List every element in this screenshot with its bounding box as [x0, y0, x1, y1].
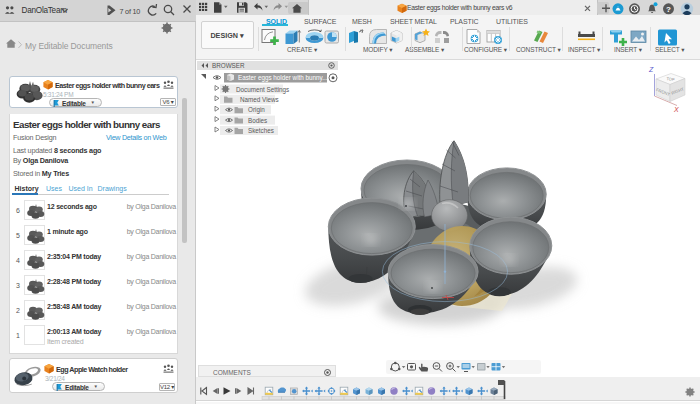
svg-text:Sketches: Sketches [248, 127, 274, 134]
svg-text:Bodies: Bodies [248, 117, 267, 124]
svg-text:Named Views: Named Views [240, 96, 279, 103]
svg-text:BROWSER: BROWSER [212, 62, 245, 69]
svg-text:Z: Z [648, 66, 654, 73]
svg-text:X: X [673, 106, 679, 113]
svg-text:Origin: Origin [248, 106, 265, 114]
svg-text:Easter eggs holder with bunny.: Easter eggs holder with bunny... [238, 74, 328, 82]
svg-text:Document Settings: Document Settings [236, 86, 289, 94]
svg-text:?: ? [666, 5, 671, 14]
